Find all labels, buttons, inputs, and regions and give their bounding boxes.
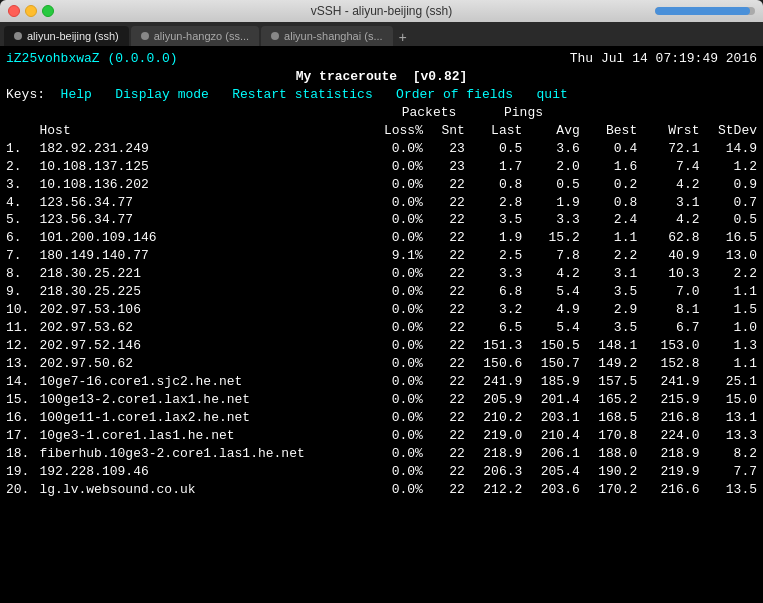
table-row: 4. 123.56.34.77 0.0% 22 2.8 1.9 0.8 3.1 … [6, 194, 757, 212]
cell-num: 20. [6, 481, 40, 499]
cell-last: 241.9 [465, 373, 522, 391]
cell-avg: 201.4 [522, 391, 579, 409]
cell-last: 218.9 [465, 445, 522, 463]
cell-avg: 15.2 [522, 229, 579, 247]
tab-dot [271, 32, 279, 40]
new-tab-button[interactable]: + [395, 30, 411, 46]
cell-avg: 210.4 [522, 427, 579, 445]
table-row: 7. 180.149.140.77 9.1% 22 2.5 7.8 2.2 40… [6, 247, 757, 265]
cell-num: 13. [6, 355, 40, 373]
cell-num: 17. [6, 427, 40, 445]
cell-num: 4. [6, 194, 40, 212]
cell-num: 14. [6, 373, 40, 391]
table-row: 19. 192.228.109.46 0.0% 22 206.3 205.4 1… [6, 463, 757, 481]
table-body: 1. 182.92.231.249 0.0% 23 0.5 3.6 0.4 72… [6, 140, 757, 499]
table-row: 17. 10ge3-1.core1.las1.he.net 0.0% 22 21… [6, 427, 757, 445]
cell-stdev: 7.7 [699, 463, 757, 481]
cell-stdev: 1.1 [699, 355, 757, 373]
cell-stdev: 16.5 [699, 229, 757, 247]
cell-best: 2.4 [580, 211, 637, 229]
minimize-button[interactable] [25, 5, 37, 17]
cell-last: 2.8 [465, 194, 522, 212]
cell-host: 10.108.136.202 [40, 176, 358, 194]
close-button[interactable] [8, 5, 20, 17]
table-row: 5. 123.56.34.77 0.0% 22 3.5 3.3 2.4 4.2 … [6, 211, 757, 229]
cell-host: 202.97.52.146 [40, 337, 358, 355]
cell-best: 170.8 [580, 427, 637, 445]
terminal[interactable]: iZ25vohbxwaZ (0.0.0.0) Thu Jul 14 07:19:… [0, 46, 763, 603]
cell-loss: 0.0% [357, 194, 423, 212]
cell-host: 218.30.25.225 [40, 283, 358, 301]
cell-last: 6.5 [465, 319, 522, 337]
cell-stdev: 1.1 [699, 283, 757, 301]
cell-num: 9. [6, 283, 40, 301]
cell-num: 6. [6, 229, 40, 247]
cell-snt: 22 [423, 355, 465, 373]
cell-stdev: 14.9 [699, 140, 757, 158]
hostname: iZ25vohbxwaZ (0.0.0.0) [6, 50, 178, 68]
col-header-avg: Avg [522, 122, 579, 140]
cell-best: 157.5 [580, 373, 637, 391]
cell-snt: 22 [423, 337, 465, 355]
terminal-header-line: iZ25vohbxwaZ (0.0.0.0) Thu Jul 14 07:19:… [6, 50, 757, 68]
cell-avg: 4.2 [522, 265, 579, 283]
cell-avg: 0.5 [522, 176, 579, 194]
cell-loss: 0.0% [357, 373, 423, 391]
cell-loss: 0.0% [357, 427, 423, 445]
col-header-loss: Loss% [357, 122, 423, 140]
table-row: 10. 202.97.53.106 0.0% 22 3.2 4.9 2.9 8.… [6, 301, 757, 319]
title-bar: vSSH - aliyun-beijing (ssh) [0, 0, 763, 22]
cell-loss: 0.0% [357, 445, 423, 463]
cell-host: 123.56.34.77 [40, 194, 358, 212]
tab-aliyun-hangzo[interactable]: aliyun-hangzo (ss... [131, 26, 259, 46]
cell-last: 206.3 [465, 463, 522, 481]
cell-num: 5. [6, 211, 40, 229]
cell-best: 2.2 [580, 247, 637, 265]
cell-stdev: 1.0 [699, 319, 757, 337]
cell-wrst: 72.1 [637, 140, 699, 158]
tab-aliyun-shanghai[interactable]: aliyun-shanghai (s... [261, 26, 392, 46]
col-header-wrst: Wrst [637, 122, 699, 140]
cell-avg: 185.9 [522, 373, 579, 391]
cell-best: 190.2 [580, 463, 637, 481]
cell-loss: 0.0% [357, 391, 423, 409]
cell-wrst: 215.9 [637, 391, 699, 409]
cell-host: fiberhub.10ge3-2.core1.las1.he.net [40, 445, 358, 463]
cell-wrst: 219.9 [637, 463, 699, 481]
cell-last: 6.8 [465, 283, 522, 301]
cell-wrst: 6.7 [637, 319, 699, 337]
cell-avg: 203.1 [522, 409, 579, 427]
cell-stdev: 15.0 [699, 391, 757, 409]
cell-last: 3.3 [465, 265, 522, 283]
cell-host: 10ge3-1.core1.las1.he.net [40, 427, 358, 445]
cell-loss: 0.0% [357, 481, 423, 499]
cell-loss: 0.0% [357, 158, 423, 176]
cell-last: 0.8 [465, 176, 522, 194]
cell-best: 3.1 [580, 265, 637, 283]
cell-loss: 0.0% [357, 409, 423, 427]
cell-best: 2.9 [580, 301, 637, 319]
cell-last: 219.0 [465, 427, 522, 445]
tab-dot [14, 32, 22, 40]
cell-wrst: 153.0 [637, 337, 699, 355]
cell-host: 10ge7-16.core1.sjc2.he.net [40, 373, 358, 391]
cell-wrst: 216.6 [637, 481, 699, 499]
cell-num: 11. [6, 319, 40, 337]
cell-snt: 23 [423, 140, 465, 158]
keys-text: Keys: Help Display mode Restart statisti… [6, 87, 568, 102]
cell-wrst: 4.2 [637, 211, 699, 229]
cell-last: 1.7 [465, 158, 522, 176]
app-header-text: My traceroute [v0.82] [296, 69, 468, 84]
traffic-lights[interactable] [8, 5, 54, 17]
tab-aliyun-beijing[interactable]: aliyun-beijing (ssh) [4, 26, 129, 46]
col-header-num [6, 122, 40, 140]
maximize-button[interactable] [42, 5, 54, 17]
cell-snt: 22 [423, 176, 465, 194]
cell-loss: 0.0% [357, 211, 423, 229]
col-header-host: Host [40, 122, 358, 140]
cell-stdev: 8.2 [699, 445, 757, 463]
cell-num: 3. [6, 176, 40, 194]
cell-best: 148.1 [580, 337, 637, 355]
cell-best: 1.1 [580, 229, 637, 247]
cell-last: 205.9 [465, 391, 522, 409]
